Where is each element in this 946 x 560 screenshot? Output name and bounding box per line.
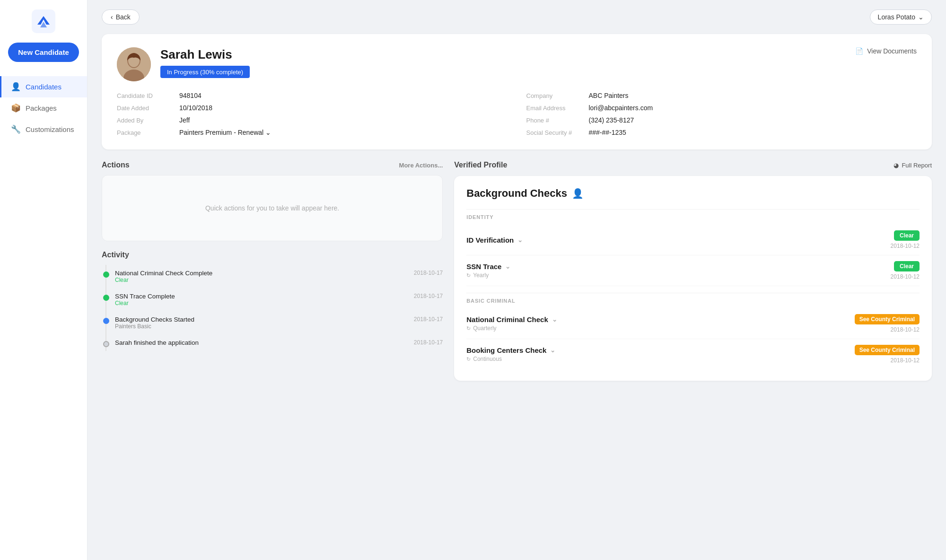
- county-criminal-badge[interactable]: See County Criminal: [855, 345, 920, 355]
- candidate-id-label: Candidate ID: [117, 92, 174, 99]
- progress-bar: In Progress (30% complete): [160, 66, 250, 78]
- check-name[interactable]: ID Verification ⌄: [466, 236, 523, 244]
- background-checks-card: Background Checks 👤 IDENTITY ID Verifica…: [454, 176, 932, 381]
- activity-dot: [103, 318, 109, 324]
- activity-title: SSN Trace Complete: [115, 293, 407, 300]
- section-label-identity: IDENTITY: [466, 209, 920, 220]
- check-sub: ↻ Yearly: [466, 272, 510, 279]
- check-left: National Criminal Check ⌄ ↻ Quarterly: [466, 315, 557, 332]
- activity-list: National Criminal Check Complete Clear 2…: [102, 265, 443, 351]
- phone-label: Phone #: [526, 117, 583, 124]
- top-bar: ‹ Back Loras Potato ⌄: [102, 9, 932, 25]
- company-label: Company: [526, 92, 583, 99]
- background-checks-title: Background Checks 👤: [466, 187, 920, 200]
- actions-title: Actions: [102, 161, 130, 169]
- activity-content: SSN Trace Complete Clear: [115, 293, 407, 306]
- activity-sub: Painters Basic: [115, 323, 407, 330]
- view-documents-label: View Documents: [867, 47, 917, 55]
- added-by-label: Added By: [117, 117, 174, 124]
- candidate-id-value: 948104: [179, 92, 201, 99]
- check-right: Clear 2018-10-12: [891, 230, 920, 249]
- check-name-label: ID Verification: [466, 236, 514, 244]
- date-added-row: Date Added 10/10/2018: [117, 104, 508, 112]
- user-menu[interactable]: Loras Potato ⌄: [870, 9, 932, 25]
- avatar: [117, 47, 151, 81]
- email-value: lori@abcpainters.com: [589, 104, 653, 112]
- full-report-label: Full Report: [902, 162, 932, 169]
- view-documents-button[interactable]: 📄 View Documents: [855, 47, 917, 55]
- county-criminal-badge[interactable]: See County Criminal: [855, 314, 920, 324]
- actions-section: Actions More Actions... Quick actions fo…: [102, 161, 443, 241]
- check-row: SSN Trace ⌄ ↻ Yearly Clear 2018-10-12: [466, 255, 920, 286]
- progress-label: In Progress (30% complete): [167, 69, 243, 76]
- activity-title: Background Checks Started: [115, 316, 407, 323]
- check-date: 2018-10-12: [891, 326, 920, 333]
- candidate-details: Candidate ID 948104 Company ABC Painters…: [117, 92, 917, 136]
- cloud-upload-icon: ◕: [893, 162, 899, 169]
- check-left: Booking Centers Check ⌄ ↻ Continuous: [466, 346, 555, 362]
- check-frequency: Continuous: [473, 356, 502, 362]
- ssn-value: ###-##-1235: [589, 129, 626, 136]
- refresh-icon: ↻: [466, 325, 471, 332]
- candidate-id-row: Candidate ID 948104: [117, 92, 508, 99]
- candidates-icon: 👤: [11, 82, 21, 92]
- clear-badge: Clear: [894, 230, 920, 241]
- check-row: National Criminal Check ⌄ ↻ Quarterly Se…: [466, 308, 920, 339]
- sidebar-item-packages[interactable]: 📦 Packages: [0, 97, 87, 119]
- check-name-label: Booking Centers Check: [466, 346, 546, 354]
- check-right: See County Criminal 2018-10-12: [855, 314, 920, 333]
- activity-section: Activity National Criminal Check Complet…: [102, 251, 443, 351]
- verified-header: Verified Profile ◕ Full Report: [454, 161, 932, 169]
- app-logo: [32, 9, 55, 33]
- check-sub: ↻ Continuous: [466, 356, 555, 362]
- sidebar-item-candidates[interactable]: 👤 Candidates: [0, 76, 87, 97]
- new-candidate-button[interactable]: New Candidate: [8, 43, 79, 62]
- chevron-down-icon: ⌄: [517, 236, 523, 244]
- left-panel: Actions More Actions... Quick actions fo…: [102, 161, 443, 381]
- packages-icon: 📦: [11, 103, 21, 113]
- check-right: See County Criminal 2018-10-12: [855, 345, 920, 364]
- sidebar-item-packages-label: Packages: [26, 104, 57, 112]
- email-row: Email Address lori@abcpainters.com: [526, 104, 917, 112]
- check-name[interactable]: Booking Centers Check ⌄: [466, 346, 555, 354]
- full-report-button[interactable]: ◕ Full Report: [893, 162, 932, 169]
- candidate-header: Sarah Lewis In Progress (30% complete) 📄…: [117, 47, 917, 81]
- two-col-layout: Actions More Actions... Quick actions fo…: [102, 161, 932, 381]
- user-chevron-icon: ⌄: [918, 13, 924, 21]
- sidebar: New Candidate 👤 Candidates 📦 Packages 🔧 …: [0, 0, 88, 560]
- sidebar-item-customizations[interactable]: 🔧 Customizations: [0, 119, 87, 140]
- check-date: 2018-10-12: [891, 273, 920, 280]
- package-select[interactable]: Painters Premium - Renewal ⌄: [179, 129, 271, 136]
- sidebar-nav: 👤 Candidates 📦 Packages 🔧 Customizations: [0, 76, 87, 140]
- check-right: Clear 2018-10-12: [891, 261, 920, 280]
- check-row: ID Verification ⌄ Clear 2018-10-12: [466, 225, 920, 255]
- activity-item: SSN Trace Complete Clear 2018-10-17: [105, 288, 443, 311]
- activity-content: Background Checks Started Painters Basic: [115, 316, 407, 330]
- back-button[interactable]: ‹ Back: [102, 9, 140, 25]
- main-content: ‹ Back Loras Potato ⌄ Sarah Lewis: [88, 0, 946, 560]
- actions-box: Quick actions for you to take will appea…: [102, 175, 443, 241]
- activity-dot: [103, 341, 109, 347]
- refresh-icon: ↻: [466, 272, 471, 279]
- ssn-row: Social Security # ###-##-1235: [526, 129, 917, 136]
- bg-checks-sections: IDENTITY ID Verification ⌄ Clear 2018-10…: [466, 209, 920, 369]
- company-value: ABC Painters: [589, 92, 629, 99]
- activity-date: 2018-10-17: [414, 293, 443, 299]
- check-left: SSN Trace ⌄ ↻ Yearly: [466, 262, 510, 279]
- activity-date: 2018-10-17: [414, 339, 443, 346]
- back-chevron-icon: ‹: [111, 13, 113, 21]
- check-name-label: National Criminal Check: [466, 315, 548, 324]
- check-name-label: SSN Trace: [466, 262, 501, 271]
- check-name[interactable]: SSN Trace ⌄: [466, 262, 510, 271]
- more-actions-button[interactable]: More Actions...: [399, 162, 443, 169]
- added-by-row: Added By Jeff: [117, 116, 508, 124]
- person-icon: 👤: [572, 188, 584, 199]
- check-date: 2018-10-12: [891, 243, 920, 249]
- activity-dot: [103, 271, 109, 278]
- ssn-label: Social Security #: [526, 129, 583, 136]
- check-name[interactable]: National Criminal Check ⌄: [466, 315, 557, 324]
- check-frequency: Yearly: [473, 272, 489, 279]
- back-label: Back: [116, 13, 131, 21]
- chevron-down-icon: ⌄: [550, 347, 555, 354]
- customizations-icon: 🔧: [11, 124, 21, 134]
